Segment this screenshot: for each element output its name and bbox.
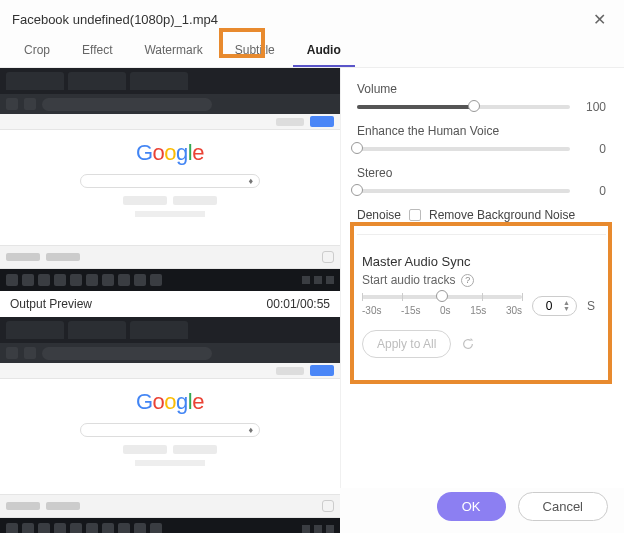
sync-tick: -15s xyxy=(401,305,420,316)
stereo-slider[interactable] xyxy=(357,189,570,193)
stereo-value: 0 xyxy=(582,184,606,198)
sync-subtitle: Start audio tracks xyxy=(362,273,455,287)
tab-audio[interactable]: Audio xyxy=(293,35,355,67)
enhance-voice-value: 0 xyxy=(582,142,606,156)
output-preview-label: Output Preview xyxy=(10,297,92,311)
close-icon[interactable]: ✕ xyxy=(587,8,612,31)
denoise-checkbox[interactable] xyxy=(409,209,421,221)
tab-crop[interactable]: Crop xyxy=(10,35,64,67)
apply-to-all-button[interactable]: Apply to All xyxy=(362,330,451,358)
ok-button[interactable]: OK xyxy=(437,492,506,521)
output-preview: Google ♦ xyxy=(0,317,340,533)
tab-effect[interactable]: Effect xyxy=(68,35,126,67)
browser-addressbar xyxy=(0,94,340,114)
volume-slider[interactable] xyxy=(357,105,570,109)
denoise-label: Denoise xyxy=(357,208,401,222)
sync-tick: -30s xyxy=(362,305,381,316)
help-icon[interactable]: ? xyxy=(461,274,474,287)
title-bar: Facebook undefined(1080p)_1.mp4 ✕ xyxy=(0,0,624,35)
reset-icon[interactable] xyxy=(461,337,475,351)
preview-pane: Google ♦ Output Preview 00:01/00:55 xyxy=(0,68,340,488)
source-preview: Google ♦ xyxy=(0,68,340,291)
sync-tick: 15s xyxy=(470,305,486,316)
sync-value-input[interactable] xyxy=(539,299,559,313)
stereo-label: Stereo xyxy=(357,166,606,180)
enhance-voice-slider[interactable] xyxy=(357,147,570,151)
google-logo: Google xyxy=(136,140,204,166)
sync-slider[interactable] xyxy=(362,295,522,299)
time-display: 00:01/00:55 xyxy=(267,297,330,311)
tab-subtitle[interactable]: Subtitle xyxy=(221,35,289,67)
tab-watermark[interactable]: Watermark xyxy=(130,35,216,67)
volume-value: 100 xyxy=(582,100,606,114)
audio-settings-pane: Volume 100 Enhance the Human Voice 0 xyxy=(340,68,624,488)
sync-value-spinner[interactable]: ▲ ▼ xyxy=(532,296,577,316)
cancel-button[interactable]: Cancel xyxy=(518,492,608,521)
tab-bar: Crop Effect Watermark Subtitle Audio xyxy=(0,35,624,68)
dialog-footer: OK Cancel xyxy=(437,492,608,521)
caret-down-icon[interactable]: ▼ xyxy=(563,306,570,312)
window-title: Facebook undefined(1080p)_1.mp4 xyxy=(12,12,218,27)
browser-tabbar xyxy=(0,68,340,94)
master-audio-sync-section: Master Audio Sync Start audio tracks ? -… xyxy=(357,247,606,371)
search-box-mock: ♦ xyxy=(80,174,260,188)
sync-unit: S xyxy=(587,299,595,313)
output-preview-header: Output Preview 00:01/00:55 xyxy=(0,291,340,317)
volume-label: Volume xyxy=(357,82,606,96)
sync-tick: 30s xyxy=(506,305,522,316)
sync-tick: 0s xyxy=(440,305,451,316)
denoise-checkbox-label: Remove Background Noise xyxy=(429,208,575,222)
sync-title: Master Audio Sync xyxy=(362,254,595,269)
enhance-voice-label: Enhance the Human Voice xyxy=(357,124,606,138)
